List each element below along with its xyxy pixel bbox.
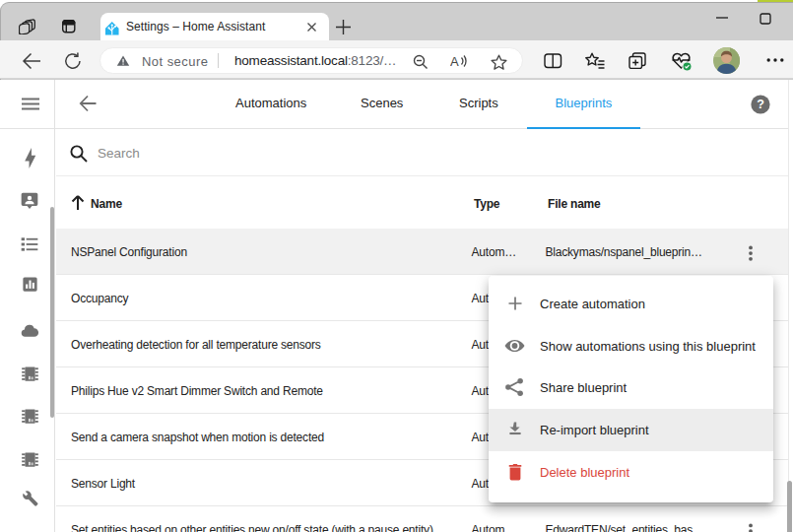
svg-text:?: ? xyxy=(757,98,764,111)
svg-text:A: A xyxy=(450,54,459,69)
